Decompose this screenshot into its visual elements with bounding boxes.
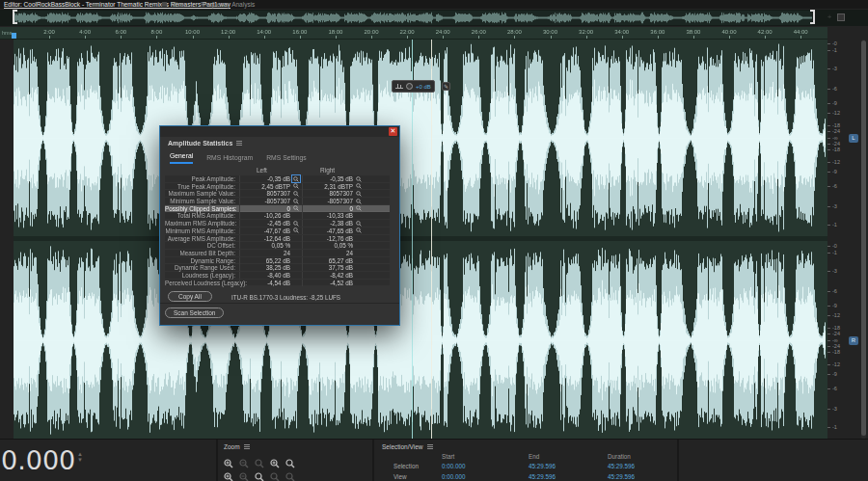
fader-icon	[395, 83, 403, 90]
hud-volume-control[interactable]: +0 dB	[392, 80, 435, 93]
stat-row[interactable]: Measured Bit Depth:2424	[165, 250, 390, 257]
db-scale-label: -12	[832, 312, 840, 318]
find-level-icon[interactable]	[355, 205, 363, 212]
stat-row[interactable]: Total RMS Amplitude:-10,26 dB-10,33 dB	[165, 212, 390, 220]
scan-selection-button[interactable]: Scan Selection	[165, 307, 224, 318]
zoom-selection-icon[interactable]	[255, 455, 264, 465]
vertical-scrollbar[interactable]	[861, 40, 866, 439]
zoom-panel-title: Zoom	[224, 443, 240, 450]
stat-value-text: -8057307	[264, 198, 290, 204]
overview-waveform	[14, 11, 812, 25]
tab-editor[interactable]: Editor: CoolRockBassBlock - Terminator T…	[4, 0, 231, 9]
find-level-icon[interactable]	[355, 198, 363, 204]
zoom-in-icon[interactable]	[224, 455, 233, 465]
hud-volume-value[interactable]: +0 dB	[416, 84, 431, 90]
current-time-indicator[interactable]	[412, 40, 413, 439]
playhead-marker-icon[interactable]	[12, 33, 16, 39]
sv-value[interactable]: 45:29.596	[529, 473, 556, 480]
zoom-sel-right-icon[interactable]	[270, 468, 280, 478]
find-level-icon[interactable]	[355, 175, 363, 182]
ruler-tick-label: 30:00	[543, 29, 557, 35]
stat-row[interactable]: DC Offset:0,05 %0,05 %	[165, 242, 390, 250]
sv-value[interactable]: 45:29.596	[608, 463, 635, 469]
dialog-tab-general[interactable]: General	[170, 152, 193, 164]
find-level-icon[interactable]	[355, 227, 363, 234]
zoom-out-icon[interactable]	[239, 455, 249, 465]
stat-row[interactable]: Perceived Loudness (Legacy):-4,54 dB-4,5…	[165, 280, 390, 287]
db-scale-label: -1	[832, 424, 837, 430]
timeline-ruler[interactable]: hms 2:004:006:008:0010:0012:0014:0016:00…	[0, 27, 827, 40]
stat-value-text: 65,27 dB	[329, 257, 353, 264]
stat-label: Minimum Sample Value:	[165, 198, 239, 204]
db-scale-tick	[827, 68, 830, 69]
zoom-full-icon[interactable]	[285, 468, 295, 478]
sv-value[interactable]: 45:29.596	[608, 473, 635, 480]
find-level-icon[interactable]	[292, 198, 300, 204]
find-level-icon[interactable]	[292, 220, 300, 227]
zoom-icons-row2	[224, 468, 295, 478]
channel-r-chip[interactable]: R	[849, 336, 858, 345]
range-handle-left-icon[interactable]	[13, 10, 17, 24]
hud-pin-icon[interactable]: ✎	[442, 82, 450, 91]
ruler-tick-label: 12:00	[221, 29, 235, 35]
overview-navigator[interactable]: +	[0, 10, 868, 26]
sv-value[interactable]: 45:29.596	[529, 463, 556, 469]
stat-row[interactable]: Average RMS Amplitude:-12,64 dB-12,76 dB	[165, 235, 390, 243]
panel-menu-icon[interactable]	[162, 2, 167, 7]
navigator-zoom-icon[interactable]: +	[826, 13, 833, 21]
zoom-sel-left-icon[interactable]	[255, 468, 264, 478]
find-level-icon[interactable]	[355, 220, 363, 227]
sv-value[interactable]: 0:00.000	[442, 463, 466, 469]
zoom-in-point-icon[interactable]	[270, 455, 280, 465]
playhead-line[interactable]	[431, 40, 432, 439]
tab-frequency-analysis[interactable]: Frequency Analysis	[201, 0, 255, 9]
find-level-icon[interactable]	[355, 183, 363, 190]
close-icon[interactable]: ✕	[389, 127, 397, 136]
stat-row[interactable]: Dynamic Range:65,22 dB65,27 dB	[165, 257, 390, 265]
copy-all-button[interactable]: Copy All	[168, 291, 212, 302]
stat-row[interactable]: Peak Amplitude:-0,35 dB-0,35 dB	[165, 175, 390, 183]
sv-value[interactable]: 0:00.000	[442, 473, 466, 480]
navigator-settings-icon[interactable]	[837, 13, 845, 21]
find-level-icon[interactable]	[292, 190, 300, 197]
dialog-frame-bar[interactable]: ✕	[160, 126, 399, 137]
stat-value-text: -8,40 dB	[267, 272, 290, 279]
tab-mixer[interactable]: Mixer	[171, 0, 186, 9]
panel-menu-icon[interactable]	[427, 444, 433, 449]
find-level-icon[interactable]	[292, 205, 300, 212]
db-scale-label: -∞	[832, 135, 838, 141]
time-spinner-icon[interactable]: ▲▼	[77, 451, 83, 463]
db-scale-tick	[827, 352, 830, 353]
time-display[interactable]: 0.000	[1, 445, 75, 475]
audition-window: Editor: CoolRockBassBlock - Terminator T…	[0, 0, 868, 481]
panel-menu-icon[interactable]	[244, 444, 250, 449]
dialog-tab-rms-settings[interactable]: RMS Settings	[266, 154, 307, 164]
find-level-icon[interactable]	[292, 227, 300, 234]
zoom-reset-icon[interactable]	[285, 455, 295, 465]
stat-row[interactable]: Maximum Sample Value:80573078057307	[165, 190, 390, 198]
find-level-icon[interactable]	[292, 183, 300, 190]
stat-row[interactable]: Maximum RMS Amplitude:-2,45 dB-2,38 dB	[165, 220, 390, 227]
stat-row[interactable]: Loudness (Legacy):-8,40 dB-8,42 dB	[165, 272, 390, 280]
zoom-out-vertical-icon[interactable]	[239, 468, 249, 478]
find-level-icon	[292, 235, 300, 242]
stat-row[interactable]: Minimum RMS Amplitude:-47,67 dB-47,65 dB	[165, 227, 390, 235]
panel-menu-icon[interactable]	[236, 141, 242, 146]
zoom-in-vertical-icon[interactable]	[224, 468, 233, 478]
stat-value-left: 8057307	[239, 190, 302, 197]
stat-row[interactable]: Minimum Sample Value:-8057307-8057307	[165, 198, 390, 205]
channel-l-chip[interactable]: L	[849, 134, 858, 143]
amplitude-scale[interactable]: -0-1-3-6-9-12-18-24-∞-24-18-12-9-6-3-1L-…	[827, 27, 868, 439]
stat-row[interactable]: True Peak Amplitude:2,45 dBTP2,31 dBTP	[165, 183, 390, 191]
stat-value-right: 65,27 dB	[302, 257, 365, 264]
volume-knob-icon[interactable]	[406, 83, 413, 90]
range-handle-right-icon[interactable]	[810, 10, 815, 24]
dialog-tab-rms-histogram[interactable]: RMS Histogram	[206, 154, 253, 164]
find-level-icon	[355, 272, 363, 279]
find-level-icon[interactable]	[355, 190, 363, 197]
stat-row[interactable]: Possibly Clipped Samples:00	[165, 205, 390, 213]
sv-column-start: Start	[442, 453, 454, 460]
stat-value-left: 0	[239, 205, 302, 212]
stat-row[interactable]: Dynamic Range Used:38,25 dB37,75 dB	[165, 264, 390, 272]
find-level-icon[interactable]	[292, 175, 300, 182]
